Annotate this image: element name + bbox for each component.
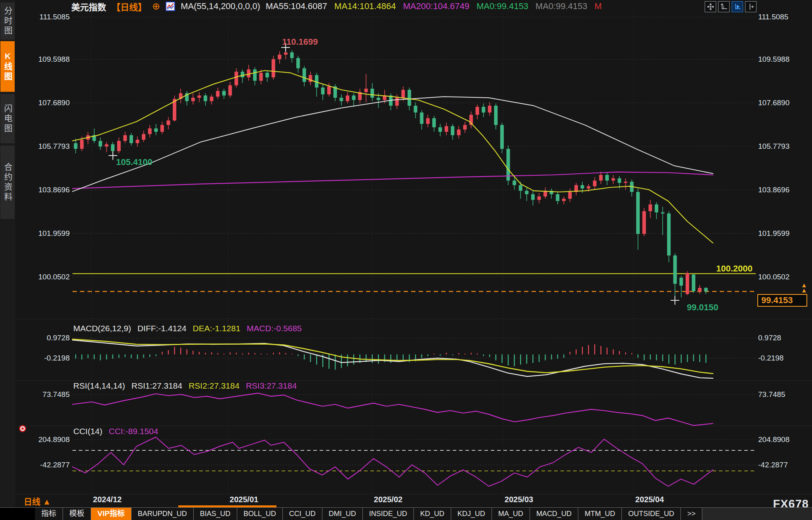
price-up-marker-icon: ▲▲ <box>801 283 807 293</box>
tab-mtm-ud[interactable]: MTM_UD <box>578 508 622 520</box>
x-axis-label-2: 2025/02 <box>374 495 402 504</box>
candle-body <box>438 127 442 132</box>
cci-title-row: CCI(14)CCI:-89.1504 <box>73 427 158 436</box>
macd-title-part-3: MACD:-0.5685 <box>247 324 302 333</box>
y-axis-label-left-2: 107.6890 <box>17 99 70 107</box>
x-axis-label-3: 2025/03 <box>505 495 533 504</box>
current-price-value: 99.4153 <box>761 295 793 306</box>
candle-body <box>234 72 238 85</box>
ma-readouts: MA55:104.6087MA14:101.4864MA200:104.6749… <box>266 1 602 11</box>
y-axis-label-left-11: -42.2877 <box>17 461 70 469</box>
candle-body <box>593 180 597 186</box>
price-annotation-2: 100.2000 <box>716 264 753 274</box>
axis-move-icon[interactable] <box>745 1 757 12</box>
y-axis-label-right-11: -42.2877 <box>758 461 788 469</box>
candle-body <box>296 58 300 68</box>
ma-settings-label: MA(55,14,200,0,0,0) <box>181 1 260 11</box>
candle-body <box>642 211 646 234</box>
candle-body <box>562 199 566 201</box>
candle-body <box>80 140 84 149</box>
axis-scale-icon[interactable] <box>718 1 730 12</box>
sidebar-item-2[interactable]: 闪电图 <box>0 94 15 143</box>
tabbar-spacer <box>0 508 35 520</box>
candle-body <box>445 126 448 132</box>
chart-play-icon[interactable] <box>732 1 743 12</box>
tab-barupdn-ud[interactable]: BARUPDN_UD <box>132 508 194 520</box>
candle-body <box>191 98 195 101</box>
y-axis-label-left-6: 100.0502 <box>17 273 70 281</box>
current-price-box: 99.4153 <box>757 294 807 307</box>
candle-body <box>123 135 127 141</box>
y-axis-label-right-9: 73.7485 <box>758 390 785 399</box>
chart-header: 美元指数 【日线】 ⊕ MA(55,14,200,0,0,0) MA55:104… <box>71 0 602 12</box>
candle-body <box>531 194 535 200</box>
candle-body <box>525 191 528 194</box>
tab-bias-ud[interactable]: BIAS_UD <box>194 508 237 520</box>
candle-body <box>204 95 207 101</box>
tab-inside-ud[interactable]: INSIDE_UD <box>363 508 414 520</box>
toolbar <box>705 1 757 12</box>
candle-body <box>278 55 281 59</box>
ma-readout-2: MA200:104.6749 <box>403 1 469 11</box>
candle-body <box>661 213 665 214</box>
crosshair-icon[interactable] <box>705 1 716 12</box>
ma-readout-1: MA14:101.4864 <box>334 1 396 11</box>
tab-cci-ud[interactable]: CCI_UD <box>283 508 322 520</box>
ma-readout-4: MA0:99.4153 <box>536 1 587 11</box>
y-axis-label-left-0: 111.5085 <box>17 13 70 21</box>
candle-body <box>253 69 257 81</box>
tab-ma-ud[interactable]: MA_UD <box>492 508 530 520</box>
x-axis-label-0: 2024/12 <box>93 495 122 504</box>
tab-vip指标[interactable]: VIP指标 <box>91 508 132 520</box>
candle-body <box>698 288 701 292</box>
tabbar-filler <box>702 508 812 520</box>
period-tag: 【日线】 <box>112 0 147 13</box>
price-annotation-1: 105.4100 <box>116 157 152 167</box>
sidebar-item-1[interactable]: K线图 <box>0 41 15 92</box>
candle-body <box>636 192 640 234</box>
candle-body <box>167 120 170 125</box>
candle-body <box>624 182 627 183</box>
sidebar-item-3[interactable]: 合约资料 <box>0 146 15 219</box>
candle-body <box>198 95 201 98</box>
candle-body <box>673 256 677 284</box>
candle-body <box>222 91 226 95</box>
candle-body <box>648 205 652 211</box>
candle-body <box>321 87 325 94</box>
tab-macd-ud[interactable]: MACD_UD <box>530 508 578 520</box>
tab-boll-ud[interactable]: BOLL_UD <box>237 508 283 520</box>
tab--[interactable]: >> <box>681 508 702 520</box>
candle-body <box>370 89 374 98</box>
candle-body <box>74 143 78 149</box>
candle-body <box>556 194 559 201</box>
period-selector[interactable]: 日线 ▲ <box>24 495 51 507</box>
y-axis-label-right-5: 101.9599 <box>758 229 789 238</box>
mini-chart-icon[interactable] <box>166 2 175 11</box>
candle-body <box>401 90 405 98</box>
candle-body <box>210 97 213 101</box>
tab-outside-ud[interactable]: OUTSIDE_UD <box>622 508 681 520</box>
candle-body <box>377 98 380 100</box>
candle-body <box>538 196 541 200</box>
tab-kd-ud[interactable]: KD_UD <box>414 508 451 520</box>
candle-body <box>476 107 479 115</box>
candle-body <box>148 128 152 134</box>
sidebar: 分时图K线图闪电图合约资料 <box>0 0 15 520</box>
candle-body <box>420 112 423 124</box>
tab-dmi-ud[interactable]: DMI_UD <box>322 508 363 520</box>
candle-body <box>154 128 158 132</box>
expand-icon[interactable]: ⊕ <box>152 2 160 11</box>
drawing-point-icon[interactable] <box>19 425 26 432</box>
tab-指标[interactable]: 指标 <box>35 508 63 520</box>
sidebar-item-0[interactable]: 分时图 <box>0 2 15 40</box>
candle-body <box>488 106 492 112</box>
y-axis-label-left-10: 204.8908 <box>17 435 70 444</box>
candle-body <box>117 141 121 151</box>
candle-body <box>241 72 244 77</box>
rsi-title-part-2: RSI2:27.3184 <box>189 381 239 391</box>
chart-canvas[interactable] <box>0 0 812 520</box>
candle-body <box>414 106 417 112</box>
tab-kdj-ud[interactable]: KDJ_UD <box>451 508 492 520</box>
tab-模板[interactable]: 模板 <box>63 508 91 520</box>
candle-body <box>229 85 232 96</box>
